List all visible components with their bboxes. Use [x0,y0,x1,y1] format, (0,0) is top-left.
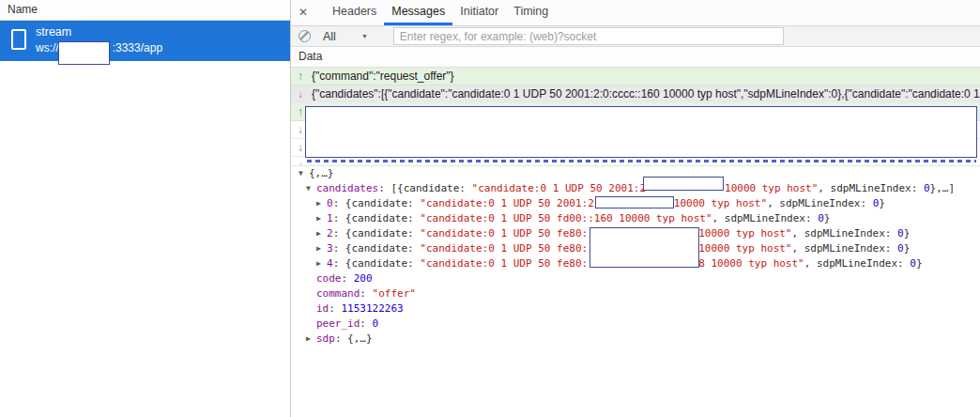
partially-hidden-text-remnant [307,160,976,162]
json-plain: : [329,302,341,315]
json-plain: : [{candidate: [378,182,471,194]
json-number: 0 [818,212,824,224]
json-plain: , sdpMLineIndex: [818,182,924,194]
devtools-network-websocket-panel: Name stream ws://:3333/app ✕ HeadersMess… [0,0,980,417]
json-plain: : [360,287,372,300]
json-number: 0 [910,257,916,270]
request-url-scheme: ws:// [36,41,59,54]
frame-payload-text: {"candidates":[{"candidate":"candidate:0… [312,87,980,100]
redaction-box [590,227,699,268]
json-key: 2 [327,227,333,239]
json-string: "offer" [373,287,416,300]
json-key: code [316,272,342,285]
expand-arrow-icon[interactable]: ▶ [316,256,327,271]
expand-arrow-icon[interactable]: ▼ [306,181,316,196]
json-plain: : {candidate: [333,242,421,255]
json-plain: , sdpMLineIndex: [767,197,873,209]
json-string: "candidate:0 1 UDP 50 2001:2 [472,182,646,194]
json-key: 1 [327,212,333,224]
expand-arrow-icon[interactable]: ▶ [316,226,327,241]
json-plain: : {candidate: [333,197,421,209]
message-type-dropdown-label: All [323,30,336,43]
json-key: 3 [327,242,333,255]
expand-arrow-icon[interactable]: ▶ [306,332,316,347]
expand-arrow-icon[interactable]: ▼ [299,166,309,181]
close-icon[interactable]: ✕ [291,0,315,25]
json-plain: } [824,212,831,224]
name-column-header: Name [0,0,290,21]
json-plain: , sdpMLineIndex: [712,212,819,224]
sent-arrow-icon: ↑ [298,68,312,85]
redaction-box [305,106,977,158]
json-plain: } [916,257,923,270]
json-plain: : {candidate: [333,212,421,224]
tab-messages[interactable]: Messages [384,0,452,25]
json-plain: : {,…} [335,332,373,345]
expand-arrow-icon[interactable]: ▶ [316,196,327,211]
json-key: 0 [327,197,333,209]
tab-headers[interactable]: Headers [325,0,384,25]
redaction-box [595,196,674,208]
json-number: 1153122263 [342,302,404,315]
request-name: stream [36,24,162,40]
tree-row[interactable]: ▶sdp: {,…} [291,332,980,347]
received-arrow-icon: ↓ [298,85,312,103]
json-number: 0 [897,227,904,239]
json-plain: : [342,272,354,285]
json-plain: : {candidate: [333,257,421,270]
redaction-box [58,41,110,65]
json-key: candidates [316,182,378,194]
json-plain: } [879,197,885,209]
tree-row[interactable]: id: 1153122263 [291,301,980,317]
json-string: 10000 typ host" [725,182,818,194]
tree-row[interactable]: ▼{,…} [291,166,980,181]
details-tabbar: ✕ HeadersMessagesInitiatorTiming [291,0,980,26]
json-key: peer_id [316,317,360,330]
json-plain: , sdpMLineIndex: [792,227,898,239]
tab-initiator[interactable]: Initiator [452,0,506,25]
json-plain: } [904,242,911,255]
network-requests-sidebar: Name stream ws://:3333/app [0,0,291,417]
json-number: 0 [924,182,930,194]
block-icon[interactable] [299,30,311,42]
expand-arrow-icon[interactable]: ▶ [316,211,327,226]
websocket-request-icon [11,29,26,50]
json-plain: } [904,227,911,239]
tree-row[interactable]: command: "offer" [291,286,980,301]
json-string: 10000 typ host" [674,197,767,209]
data-column-header: Data [291,47,980,68]
frame-row[interactable]: ↓{"candidates":[{"candidate":"candidate:… [291,85,980,103]
json-string: 10000 typ host" [698,242,791,255]
json-number: 0 [897,242,904,255]
json-plain: },…] [930,182,956,194]
tree-row[interactable]: ▶1: {candidate: "candidate:0 1 UDP 50 fd… [291,211,980,226]
tree-row[interactable]: code: 200 [291,271,980,286]
json-key: id [316,302,329,315]
filter-regex-input[interactable] [393,27,784,45]
tree-row[interactable]: peer_id: 0 [291,317,980,332]
request-url-port-path: :3333/app [113,41,162,54]
json-string: "candidate:0 1 UDP 50 2001:2 [420,197,593,209]
tab-timing[interactable]: Timing [506,0,556,25]
chevron-down-icon: ▼ [361,33,368,39]
expand-arrow-icon[interactable]: ▶ [316,241,327,256]
frame-row[interactable]: ↑{"command":"request_offer"} [291,68,980,85]
json-string: 8 10000 typ host" [698,257,804,270]
json-string: 10000 typ host" [698,227,791,239]
messages-filter-bar: All ▼ [291,26,980,47]
json-key: sdp [316,332,335,345]
json-key: command [316,287,360,300]
json-plain: {,…} [309,167,334,179]
json-number: 200 [354,272,373,285]
json-string: "candidate:0 1 UDP 50 fd00::160 10000 ty… [420,212,712,224]
redaction-box [643,177,724,191]
tree-row[interactable]: ▼candidates: [{candidate: "candidate:0 1… [291,181,980,196]
json-plain: , sdpMLineIndex: [792,242,898,255]
frame-row[interactable]: ↓ [291,157,980,166]
json-plain: : {candidate: [333,227,421,239]
json-string: "candidate:0 1 UDP 50 fe80: [420,227,588,239]
message-type-dropdown[interactable]: All ▼ [323,30,368,43]
request-details-panel: ✕ HeadersMessagesInitiatorTiming All ▼ D… [291,0,980,417]
request-row-stream[interactable]: stream ws://:3333/app [0,21,290,61]
json-string: "candidate:0 1 UDP 50 fe80: [420,257,588,270]
